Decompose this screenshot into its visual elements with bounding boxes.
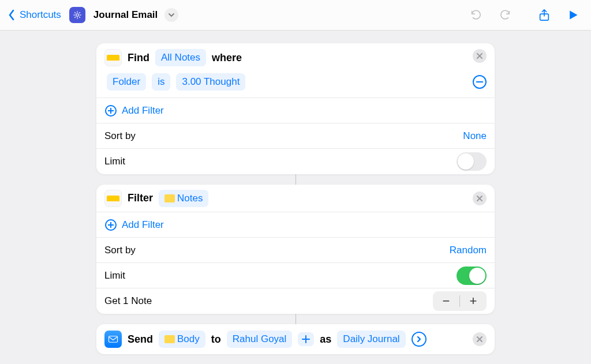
svg-rect-21 [109,336,118,343]
send-verb: Send [128,333,153,346]
find-where-label: where [212,52,242,64]
svg-point-0 [76,14,79,17]
shortcut-app-icon [69,7,85,23]
send-body-token[interactable]: Body [159,331,205,348]
plus-circle-icon [104,219,117,231]
limit-label: Limit [104,270,125,282]
filter-verb: Filter [128,192,153,204]
limit-toggle[interactable] [457,267,487,285]
stepper-plus[interactable]: + [460,291,487,311]
notes-mini-icon [164,194,175,202]
delete-action-icon[interactable] [473,49,487,63]
limit-label: Limit [104,156,125,167]
filter-op-token[interactable]: is [152,73,170,91]
svg-line-6 [79,17,80,18]
stepper-minus[interactable]: − [433,291,459,311]
add-filter-label: Add Filter [122,105,164,117]
sort-by-value[interactable]: Random [450,245,487,256]
notes-mini-icon [164,335,175,343]
filter-field-token[interactable]: Folder [107,73,146,91]
action-card-send-email[interactable]: Send Body to Rahul Goyal as Daily Journa… [96,324,495,354]
action-connector [296,174,296,185]
back-link[interactable]: Shortcuts [20,9,61,21]
delete-action-icon[interactable] [473,192,487,205]
sort-by-value[interactable]: None [463,130,487,142]
send-body-label: Body [177,333,200,345]
send-to-word: to [211,333,221,346]
notes-app-icon [104,49,122,66]
shortcut-title: Journal Email [93,9,158,21]
sort-by-label: Sort by [104,130,136,142]
delete-action-icon[interactable] [473,332,487,346]
title-dropdown-icon[interactable] [164,8,178,22]
add-filter-button[interactable]: Add Filter [104,104,164,117]
filter-value-token[interactable]: 3.00 Thought [176,73,245,91]
limit-toggle[interactable] [457,152,487,171]
send-as-word: as [320,333,331,346]
svg-line-7 [74,17,76,18]
add-recipient-icon[interactable] [298,332,314,346]
action-card-find-notes[interactable]: Find All Notes where Folder is [96,43,495,174]
mail-app-icon [104,331,122,348]
find-verb: Find [128,52,149,64]
find-scope-token[interactable]: All Notes [155,49,206,66]
action-connector [296,314,296,324]
remove-filter-icon[interactable] [473,75,487,89]
filter-source-label: Notes [177,193,203,204]
sort-by-label: Sort by [104,245,136,256]
get-count-label: Get 1 Note [104,295,152,307]
plus-circle-icon [104,104,117,117]
filter-source-token[interactable]: Notes [159,190,208,207]
expand-action-icon[interactable] [412,332,427,347]
back-chevron-icon[interactable] [8,9,15,21]
redo-icon[interactable] [498,7,513,22]
run-icon[interactable] [566,7,581,22]
undo-icon[interactable] [469,7,484,22]
svg-line-5 [74,12,76,13]
share-icon[interactable] [537,7,552,22]
send-recipient-token[interactable]: Rahul Goyal [227,331,293,348]
count-stepper[interactable]: − + [433,291,487,311]
svg-line-8 [79,12,80,13]
notes-app-icon [104,190,122,207]
add-filter-button[interactable]: Add Filter [104,219,164,231]
add-filter-label: Add Filter [122,219,164,231]
send-subject-token[interactable]: Daily Journal [337,331,405,348]
action-card-filter-notes[interactable]: Filter Notes Add Filter Sort by [96,185,495,314]
